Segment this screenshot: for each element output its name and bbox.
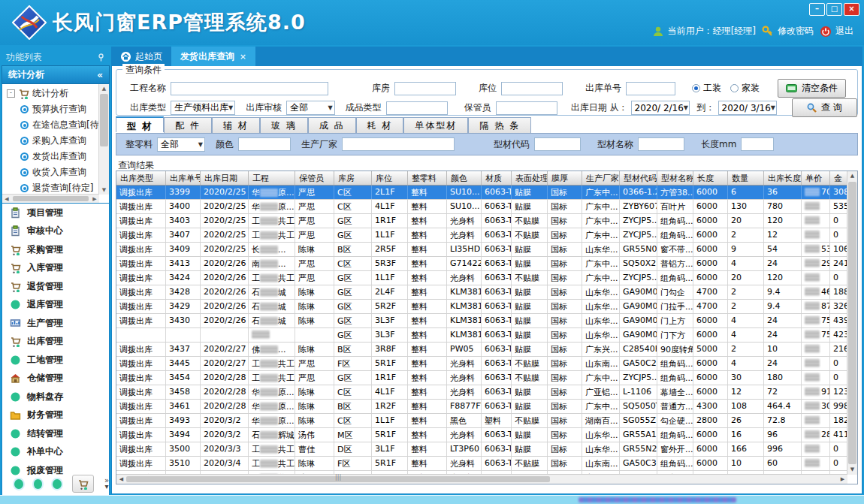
sidebar-item-9[interactable]: 工地管理 — [2, 351, 109, 370]
warehouse-input[interactable] — [394, 82, 456, 95]
column-header[interactable]: 出库单号 — [166, 171, 201, 185]
table-row[interactable]: G区3L3F整料KLM38176063-T5贴膜国标山东华...GA90M09.… — [116, 328, 847, 343]
scroll-down-icon[interactable]: ▼ — [99, 186, 109, 195]
column-header[interactable]: 表面处理 — [512, 171, 548, 185]
scroll-up-icon[interactable]: ▲ — [99, 84, 109, 93]
tab-close-icon[interactable]: × — [240, 52, 246, 62]
column-header[interactable]: 颜色 — [447, 171, 482, 185]
logout-button[interactable]: 退出 — [820, 25, 853, 38]
material-tab-1[interactable]: 型 材 — [116, 116, 164, 132]
table-row[interactable]: 调拨出库33992020/2/25华原...严思C区2L1F整料SU10...6… — [116, 186, 847, 200]
table-row[interactable]: 调拨出库34292020/2/26石城陈琳G区5R2F整料KLM38176063… — [116, 300, 847, 314]
sidebar-item-13[interactable]: 结转管理 — [2, 424, 109, 443]
table-row[interactable]: 调拨出库34932020/3/2华原...陈琳C区1L1F整料黑色塑料不贴膜国标… — [116, 414, 847, 428]
table-row[interactable]: 调拨出库34542020/2/28工共工程严思G区1R1F整料光身料6063-T… — [116, 371, 847, 385]
material-tab-4[interactable]: 玻 璃 — [260, 117, 308, 133]
column-header[interactable]: 库房 — [334, 171, 372, 185]
material-tab-7[interactable]: 单体型材 — [403, 117, 468, 133]
menu-dot-icon[interactable] — [14, 479, 23, 489]
material-tab-8[interactable]: 隔 热 条 — [468, 117, 531, 133]
order-no-input[interactable] — [626, 82, 675, 95]
menu-dot-icon[interactable] — [53, 479, 62, 489]
maximize-button[interactable]: □ — [826, 3, 842, 16]
column-header[interactable]: 工程 — [249, 171, 295, 185]
scroll-left-icon[interactable]: ◀ — [116, 476, 126, 482]
audit-select[interactable]: 全部▼ — [286, 101, 334, 115]
sidebar-item-4[interactable]: 入库管理 — [2, 259, 109, 278]
radio-jiazhuang[interactable]: 家装 — [730, 82, 760, 95]
table-row[interactable]: 调拨出库34582020/2/28华原...陈琳C区4L1F整料光身料6063-… — [116, 385, 847, 400]
scroll-down-icon[interactable]: ▼ — [847, 465, 857, 475]
doc-tab-2[interactable]: 发货出库查询× — [171, 47, 255, 66]
column-header[interactable]: 型材名称 — [657, 171, 693, 185]
table-row[interactable]: 调拨出库34132020/2/26南...严思C区5R3F整料G71422606… — [116, 257, 847, 271]
tree-item-1[interactable]: 预算执行查询 — [2, 101, 99, 117]
sidebar-item-10[interactable]: 仓储管理 — [2, 370, 109, 388]
sidebar-item-2[interactable]: 审核中心 — [2, 222, 109, 241]
column-header[interactable]: 出库长度 — [764, 171, 802, 185]
scroll-right-icon[interactable]: ▶ — [838, 476, 847, 482]
tree-item-6[interactable]: 退货查询[待定] — [2, 180, 99, 195]
tree-root-item[interactable]: -统计分析 — [2, 86, 99, 101]
table-row[interactable]: 调拨出库35002020/3/3工共工程曹佳D区3L1F整料LT3P606063… — [116, 442, 847, 457]
sidebar-item-6[interactable]: 退库管理 — [2, 296, 109, 315]
sidebar-item-14[interactable]: 补单中心 — [2, 443, 109, 462]
column-header[interactable]: 膜厚 — [548, 171, 582, 185]
menu-cart-button[interactable] — [72, 475, 94, 493]
table-row[interactable]: 调拨出库34612020/2/28华原...陈琳B区1R2F整料F8877FT6… — [116, 400, 847, 414]
search-button[interactable]: 查 询 — [792, 98, 858, 117]
material-tab-3[interactable]: 辅 材 — [212, 117, 260, 133]
tree-item-2[interactable]: 在途信息查询[待 — [2, 117, 99, 133]
column-header[interactable]: 保管员 — [295, 171, 334, 185]
project-name-input[interactable] — [171, 82, 328, 95]
product-type-input[interactable] — [386, 101, 448, 115]
column-header[interactable]: 生产厂家 — [582, 171, 620, 185]
date-from-picker[interactable]: 2020/ 2/16▼ — [631, 101, 690, 115]
table-row[interactable]: 调拨出库34092020/2/25长...陈琳B区2R5F整料LI35HD606… — [116, 243, 847, 257]
scroll-right-icon[interactable]: ▶ — [90, 196, 99, 202]
table-row[interactable]: 调拨出库34942020/3/2石辉城汤伟M区5R1F整料光身料6063-T5贴… — [116, 428, 847, 442]
close-button[interactable]: × — [844, 3, 859, 16]
table-row[interactable]: 调拨出库34032020/2/25工共工程严思G区1R1F整料光身料6063-T… — [116, 214, 847, 228]
sidebar-item-12[interactable]: 财务管理 — [2, 406, 109, 425]
menu-dot-icon[interactable] — [34, 479, 43, 489]
sidebar-item-11[interactable]: 物料盘存 — [2, 388, 109, 406]
column-header[interactable]: 数量 — [728, 171, 764, 185]
grid-horizontal-scrollbar[interactable]: ◀ ▶ — [116, 474, 847, 484]
scrollbar-thumb[interactable] — [126, 476, 550, 482]
sidebar-item-7[interactable]: 生产管理 — [2, 314, 109, 333]
name-input[interactable] — [638, 137, 684, 151]
length-input[interactable] — [741, 137, 774, 151]
column-header[interactable]: 单价 — [802, 171, 830, 185]
tree-item-5[interactable]: 收货入库查询 — [2, 164, 99, 180]
sidebar-section-header[interactable]: 统计分析 « — [2, 65, 110, 84]
column-header[interactable]: 整零料 — [408, 171, 447, 185]
collapse-icon[interactable]: « — [97, 70, 103, 80]
tree-item-4[interactable]: 发货出库查询 — [2, 149, 99, 164]
material-tab-2[interactable]: 配 件 — [164, 117, 212, 133]
sidebar-item-5[interactable]: 退货管理 — [2, 277, 109, 296]
color-input[interactable] — [238, 137, 291, 151]
tree-expander-icon[interactable]: - — [7, 89, 15, 98]
table-row[interactable]: 调拨出库34452020/2/27工共工程严思F区5R1F整料光身料6063-T… — [116, 357, 847, 371]
column-header[interactable]: 出库类型 — [116, 171, 166, 185]
radio-gongzhuang[interactable]: 工装 — [692, 82, 721, 95]
maker-input[interactable] — [342, 137, 455, 151]
table-row[interactable]: 调拨出库34242020/2/26工共工程严思G区1L1F整料光身料6063-T… — [116, 271, 847, 285]
date-to-picker[interactable]: 2020/ 3/16▼ — [718, 101, 777, 115]
table-row[interactable]: 调拨出库34282020/2/26石城陈琳G区2L4F整料KLM38176063… — [116, 285, 847, 300]
minimize-button[interactable]: – — [809, 3, 825, 16]
scroll-up-icon[interactable]: ▲ — [847, 171, 857, 181]
column-header[interactable]: 型材代码 — [620, 171, 657, 185]
tree-vertical-scrollbar[interactable]: ▲ ▼ — [98, 84, 109, 195]
scroll-left-icon[interactable]: ◀ — [2, 196, 11, 202]
keeper-input[interactable] — [496, 101, 557, 115]
tree-horizontal-scrollbar[interactable]: ◀ ▶ — [2, 194, 99, 203]
table-row[interactable]: 调拨出库34002020/2/25华原...严思C区4L1F整料SU10...6… — [116, 200, 847, 214]
tree-item-3[interactable]: 采购入库查询 — [2, 133, 99, 149]
column-header[interactable]: 金 — [830, 171, 847, 185]
whole-part-select[interactable]: 全部▼ — [157, 137, 205, 152]
table-row[interactable]: 调拨出库34302020/2/26石城陈琳G区3L3F整料KLM38176063… — [116, 314, 847, 328]
material-tab-6[interactable]: 耗 材 — [356, 117, 404, 133]
code-input[interactable] — [534, 137, 581, 151]
